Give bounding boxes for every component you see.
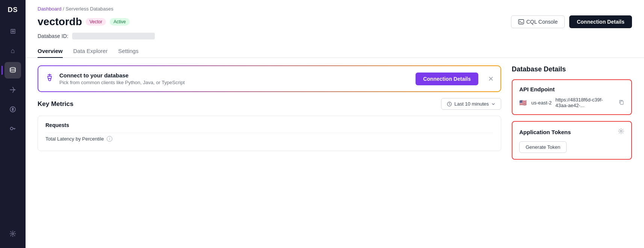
tokens-settings-icon[interactable] — [618, 128, 624, 136]
connection-details-header-button[interactable]: Connection Details — [569, 15, 632, 28]
db-id-row: Database ID: — [38, 33, 632, 39]
badge-vector: Vector — [86, 18, 106, 26]
sidebar-item-settings[interactable] — [5, 225, 21, 242]
title-left: vectordb Vector Active — [38, 16, 130, 28]
breadcrumb: Dashboard / Serverless Databases — [38, 6, 632, 12]
svg-rect-4 — [519, 20, 524, 24]
cql-icon — [518, 19, 524, 25]
api-endpoint-card: API Endpoint 🇺🇸 us-east-2 https://48318f… — [512, 79, 632, 115]
sidebar-item-key[interactable] — [5, 121, 21, 137]
metrics-title: Key Metrics — [38, 100, 73, 108]
sidebar: DS ⊞ ⌂ — [0, 0, 26, 248]
connect-banner: Connect to your database Pick from commo… — [38, 65, 501, 92]
connect-banner-title: Connect to your database — [59, 72, 410, 79]
database-details-title: Database Details — [512, 65, 632, 73]
connect-banner-subtitle: Pick from common clients like Python, Ja… — [59, 80, 410, 85]
breadcrumb-current: Serverless Databases — [65, 6, 113, 12]
api-endpoint-title: API Endpoint — [519, 86, 624, 92]
left-column: Connect to your database Pick from commo… — [38, 65, 501, 240]
banner-connection-details-button[interactable]: Connection Details — [416, 73, 478, 85]
time-range-dropdown[interactable]: Last 10 minutes — [441, 98, 501, 110]
main-content: Dashboard / Serverless Databases vectord… — [26, 0, 644, 248]
requests-card: Requests Total Latency by Percentile i — [38, 116, 501, 151]
app-tokens-title: Application Tokens — [519, 129, 571, 135]
clock-icon — [447, 101, 452, 107]
region-name: us-east-2 — [531, 100, 552, 106]
tab-settings[interactable]: Settings — [118, 45, 138, 58]
banner-close-button[interactable]: ✕ — [488, 75, 494, 83]
page-header: Dashboard / Serverless Databases vectord… — [26, 0, 644, 58]
connect-banner-text: Connect to your database Pick from commo… — [59, 72, 410, 85]
sidebar-logo: DS — [8, 6, 18, 14]
title-buttons: CQL Console Connection Details — [511, 15, 632, 28]
sidebar-item-home[interactable]: ⌂ — [5, 42, 21, 59]
cql-label: CQL Console — [526, 19, 558, 25]
db-id-value — [72, 33, 155, 39]
title-row: vectordb Vector Active CQL Console Conne… — [38, 15, 632, 28]
tab-bar: Overview Data Explorer Settings — [38, 45, 632, 57]
endpoint-url: https://48318f6d-c39f-43aa-ae42-... — [555, 97, 615, 108]
breadcrumb-dashboard[interactable]: Dashboard — [38, 6, 62, 12]
latency-row: Total Latency by Percentile i — [45, 133, 493, 145]
database-name: vectordb — [38, 16, 82, 28]
copy-endpoint-button[interactable] — [618, 99, 624, 106]
breadcrumb-separator: / — [63, 6, 64, 12]
db-id-label: Database ID: — [38, 33, 68, 39]
sidebar-item-database[interactable] — [5, 62, 21, 79]
svg-point-0 — [10, 68, 15, 70]
badge-active: Active — [110, 18, 130, 26]
svg-point-7 — [620, 130, 622, 132]
endpoint-row: 🇺🇸 us-east-2 https://48318f6d-c39f-43aa-… — [519, 97, 624, 108]
requests-card-title: Requests — [45, 122, 493, 128]
generate-token-button[interactable]: Generate Token — [519, 141, 567, 153]
tab-overview[interactable]: Overview — [38, 45, 63, 58]
right-column: Database Details API Endpoint 🇺🇸 us-east… — [512, 65, 632, 240]
page-body: Connect to your database Pick from commo… — [26, 58, 644, 248]
sidebar-item-grid[interactable]: ⊞ — [5, 23, 21, 39]
plug-icon — [45, 73, 54, 85]
metrics-header: Key Metrics Last 10 minutes — [38, 98, 501, 110]
svg-point-2 — [11, 127, 13, 130]
token-title-row: Application Tokens — [519, 128, 624, 136]
time-range-label: Last 10 minutes — [454, 101, 489, 107]
cql-console-button[interactable]: CQL Console — [511, 15, 565, 28]
tab-data-explorer[interactable]: Data Explorer — [73, 45, 108, 58]
svg-point-3 — [12, 233, 14, 235]
sidebar-item-network[interactable] — [5, 82, 21, 98]
connect-banner-inner: Connect to your database Pick from commo… — [38, 66, 500, 91]
svg-rect-6 — [620, 101, 623, 104]
latency-label: Total Latency by Percentile — [45, 136, 104, 142]
sidebar-item-dollar[interactable] — [5, 101, 21, 118]
region-flag: 🇺🇸 — [519, 100, 528, 106]
info-icon: i — [107, 136, 112, 142]
chevron-down-icon — [491, 102, 496, 106]
application-tokens-card: Application Tokens Generate Token — [512, 121, 632, 160]
